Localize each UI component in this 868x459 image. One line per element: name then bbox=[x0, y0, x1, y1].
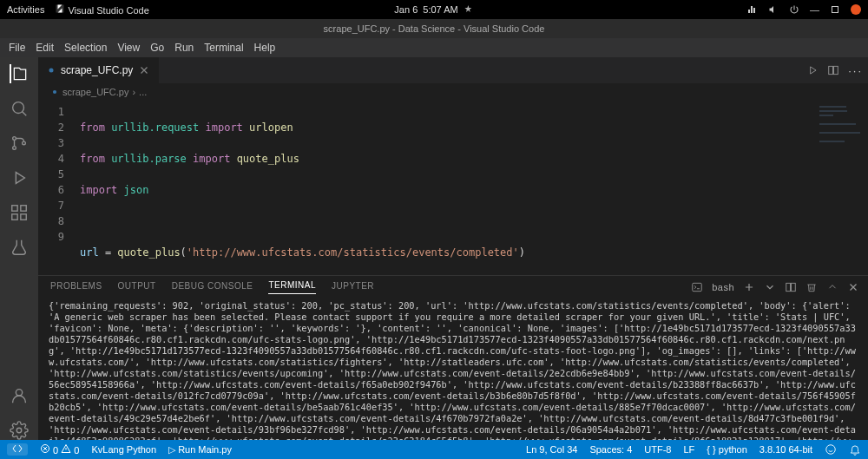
status-errors[interactable]: 0 0 bbox=[40, 443, 79, 456]
maximize-panel-icon[interactable] bbox=[826, 281, 838, 293]
system-bar: Activities Visual Studio Code Jan 6 5:07… bbox=[0, 0, 868, 19]
menu-view[interactable]: View bbox=[117, 42, 140, 54]
menu-go[interactable]: Go bbox=[150, 42, 164, 54]
terminal-shell-icon bbox=[691, 281, 703, 293]
status-eol[interactable]: LF bbox=[684, 444, 695, 455]
bottom-panel: PROBLEMS OUTPUT DEBUG CONSOLE TERMINAL J… bbox=[38, 275, 868, 440]
menu-terminal[interactable]: Terminal bbox=[204, 42, 243, 54]
status-cursor[interactable]: Ln 9, Col 34 bbox=[526, 444, 577, 455]
search-icon[interactable] bbox=[10, 99, 29, 118]
svg-point-3 bbox=[13, 147, 16, 150]
svg-rect-16 bbox=[786, 283, 791, 291]
clock-date[interactable]: Jan 6 bbox=[394, 4, 418, 15]
explorer-icon[interactable] bbox=[10, 64, 29, 83]
add-terminal-icon[interactable] bbox=[743, 281, 755, 293]
testing-icon[interactable] bbox=[10, 238, 29, 257]
remote-indicator[interactable] bbox=[7, 443, 28, 456]
line-gutter: 123456789 bbox=[38, 101, 73, 275]
status-bar: 0 0 KvLang Python ▷ Run Main.py Ln 9, Co… bbox=[0, 440, 868, 459]
close-icon[interactable] bbox=[138, 64, 150, 76]
svg-rect-17 bbox=[792, 283, 796, 291]
close-window-button[interactable] bbox=[851, 4, 861, 15]
svg-point-10 bbox=[16, 428, 22, 433]
warning-icon bbox=[61, 443, 71, 454]
source-control-icon[interactable] bbox=[10, 134, 29, 153]
terminal-shell-label[interactable]: bash bbox=[712, 282, 734, 292]
python-file-icon bbox=[47, 66, 56, 75]
activities-button[interactable]: Activities bbox=[7, 4, 44, 15]
python-file-icon bbox=[50, 88, 59, 96]
notifications-icon[interactable] bbox=[849, 443, 861, 456]
extensions-icon[interactable] bbox=[10, 203, 29, 222]
breadcrumb-file: scrape_UFC.py bbox=[62, 87, 128, 97]
split-editor-icon[interactable] bbox=[827, 64, 839, 76]
code-editor[interactable]: 123456789 from urllib.request import url… bbox=[38, 101, 816, 275]
menu-bar: File Edit Selection View Go Run Terminal… bbox=[0, 38, 868, 57]
svg-point-4 bbox=[23, 141, 26, 145]
terminal-output[interactable]: {'remaining_requests': 902, 'original_st… bbox=[38, 298, 868, 440]
panel-tab-jupyter[interactable]: JUPYTER bbox=[332, 281, 374, 294]
minimap[interactable] bbox=[816, 101, 868, 275]
menu-selection[interactable]: Selection bbox=[64, 42, 107, 54]
menu-edit[interactable]: Edit bbox=[36, 42, 54, 54]
status-language[interactable]: { } python bbox=[707, 444, 747, 455]
svg-rect-13 bbox=[834, 66, 838, 74]
code-content[interactable]: from urllib.request import urlopen from … bbox=[73, 101, 816, 275]
run-debug-icon[interactable] bbox=[10, 168, 29, 187]
svg-point-19 bbox=[826, 445, 836, 455]
run-file-icon[interactable] bbox=[806, 64, 819, 76]
more-actions-icon[interactable]: ··· bbox=[848, 64, 863, 77]
window-title: scrape_UFC.py - Data Science - Visual St… bbox=[0, 19, 868, 38]
chevron-down-icon[interactable] bbox=[764, 281, 776, 293]
status-python-interpreter[interactable]: 3.8.10 64-bit bbox=[760, 444, 812, 455]
maximize-window-icon[interactable] bbox=[830, 4, 840, 15]
panel-tab-terminal[interactable]: TERMINAL bbox=[268, 280, 316, 294]
status-run-main[interactable]: ▷ Run Main.py bbox=[168, 444, 232, 456]
accounts-icon[interactable] bbox=[10, 386, 29, 405]
svg-rect-0 bbox=[832, 7, 838, 13]
svg-point-14 bbox=[53, 90, 56, 94]
network-icon[interactable] bbox=[747, 4, 758, 15]
app-indicator[interactable]: Visual Studio Code bbox=[55, 3, 148, 16]
clock-time: 5:07 AM bbox=[423, 4, 457, 15]
breadcrumb[interactable]: scrape_UFC.py › ... bbox=[38, 83, 868, 101]
kill-terminal-icon[interactable] bbox=[806, 281, 818, 293]
activity-bar bbox=[0, 57, 38, 440]
status-kvlang[interactable]: KvLang Python bbox=[91, 444, 156, 455]
gear-icon[interactable] bbox=[10, 421, 29, 440]
panel-tab-debug-console[interactable]: DEBUG CONSOLE bbox=[172, 281, 253, 294]
tab-scrape-ufc[interactable]: scrape_UFC.py bbox=[38, 57, 160, 83]
svg-rect-7 bbox=[12, 214, 17, 220]
feedback-icon[interactable] bbox=[825, 443, 837, 456]
error-icon bbox=[40, 443, 50, 454]
svg-rect-8 bbox=[21, 214, 26, 220]
svg-rect-5 bbox=[12, 206, 17, 211]
status-encoding[interactable]: UTF-8 bbox=[644, 444, 671, 455]
menu-run[interactable]: Run bbox=[174, 42, 194, 54]
svg-rect-12 bbox=[829, 66, 833, 74]
svg-rect-6 bbox=[21, 206, 26, 211]
power-icon[interactable] bbox=[789, 4, 799, 15]
close-panel-icon[interactable] bbox=[847, 281, 859, 293]
svg-point-9 bbox=[16, 390, 22, 396]
minimize-window-icon[interactable]: — bbox=[810, 4, 819, 15]
menu-help[interactable]: Help bbox=[254, 42, 276, 54]
svg-rect-15 bbox=[693, 283, 702, 291]
remote-icon bbox=[12, 443, 23, 454]
editor-tabs: scrape_UFC.py ··· bbox=[38, 57, 868, 83]
menu-file[interactable]: File bbox=[9, 42, 25, 54]
svg-point-11 bbox=[49, 69, 54, 73]
status-indent[interactable]: Spaces: 4 bbox=[589, 444, 632, 455]
tab-filename: scrape_UFC.py bbox=[61, 64, 133, 76]
panel-tab-problems[interactable]: PROBLEMS bbox=[50, 281, 102, 294]
volume-icon[interactable] bbox=[768, 4, 779, 15]
weather-icon bbox=[464, 4, 474, 15]
svg-point-2 bbox=[13, 137, 16, 141]
svg-point-1 bbox=[13, 102, 24, 114]
split-terminal-icon[interactable] bbox=[785, 281, 797, 293]
panel-tab-output[interactable]: OUTPUT bbox=[118, 281, 156, 294]
